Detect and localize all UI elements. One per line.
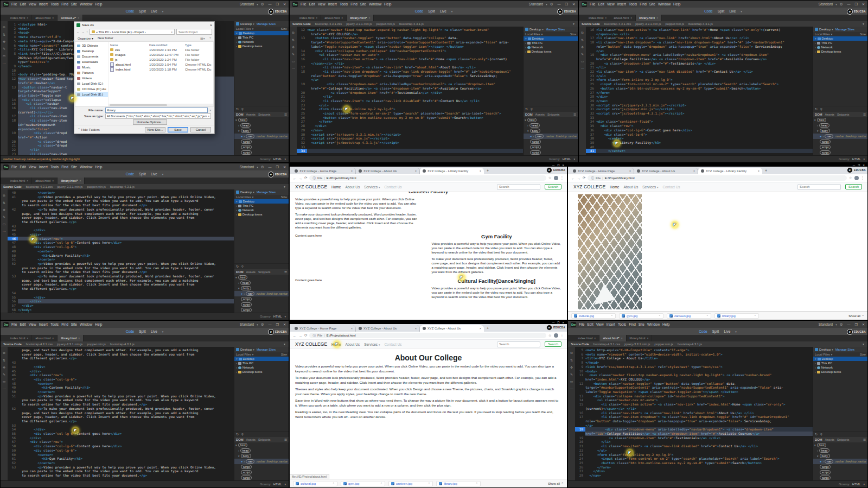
workspace-switcher[interactable]: Standard (819, 2, 833, 6)
download-item[interactable]: cultural.jpg⌃ (293, 481, 337, 486)
dom-node[interactable]: script (234, 296, 289, 302)
document-tab[interactable]: index.html× (296, 15, 321, 21)
format-source-icon[interactable]: ⇅ (570, 358, 573, 362)
file-tree-item[interactable]: ›Desktop items (813, 49, 867, 54)
file-tree-item[interactable]: ›Network (524, 45, 578, 49)
file-tree-item[interactable]: ▾Desktop (234, 199, 289, 204)
dom-node[interactable]: script (813, 150, 867, 155)
panel-menu-icon[interactable] (284, 113, 287, 116)
site-brand[interactable]: XYZ COLLEGE (295, 341, 327, 347)
sidebar-place[interactable]: Local Disk (E:) (75, 92, 108, 97)
more-icon[interactable]: ⋯ (3, 229, 6, 233)
sidebar-place[interactable]: CD Drive (D:) Au (75, 86, 108, 92)
menu-help[interactable]: Help (95, 2, 102, 6)
menu-edit[interactable]: Edit (20, 165, 25, 169)
profile-avatar[interactable] (554, 176, 558, 180)
menu-view[interactable]: View (29, 165, 36, 169)
menu-site[interactable]: Site (649, 2, 655, 6)
maximize-icon[interactable] (276, 322, 279, 326)
browser-tab[interactable]: XYZ College - About Us× (420, 325, 484, 332)
nav-contact[interactable]: Contact Us (384, 185, 401, 189)
reload-icon[interactable]: ⟳ (304, 333, 307, 338)
site-search-input[interactable] (497, 341, 540, 347)
back-icon[interactable]: ← (293, 334, 297, 338)
menu-view[interactable]: View (29, 322, 36, 326)
refresh-icon[interactable] (815, 433, 818, 436)
code-view-button[interactable]: Code (126, 9, 135, 13)
address-bar[interactable]: ⓘFile|E:/Project/library.html (309, 175, 546, 181)
document-tab[interactable]: index.html× (7, 178, 32, 184)
select-parent-icon[interactable]: ▭ (3, 379, 6, 383)
download-item[interactable]: gym.jpg⌃ (619, 313, 663, 319)
related-file[interactable]: jquery-3.3.1.min.js (57, 343, 82, 346)
file-tree-item[interactable]: ›Network (813, 365, 867, 370)
menu-edit[interactable]: Edit (20, 322, 25, 326)
menu-find[interactable]: Find (350, 2, 358, 6)
site-search-button[interactable]: Search (545, 341, 561, 347)
dom-node[interactable]: ▾body (813, 128, 867, 134)
browser-tab[interactable]: XYZ College - Home Page× (570, 168, 634, 174)
menu-help[interactable]: Help (662, 322, 669, 326)
document-tab[interactable]: about.html× (32, 335, 58, 341)
dom-node[interactable]: ▾body (234, 286, 289, 291)
menu-find[interactable]: Find (61, 165, 68, 169)
connect-icon[interactable] (241, 433, 244, 436)
close-icon[interactable] (862, 2, 865, 6)
profile-avatar[interactable] (854, 176, 859, 180)
dom-node[interactable]: ›head (813, 123, 867, 128)
menu-help[interactable]: Help (673, 2, 680, 6)
dock-tab[interactable]: DOM (815, 113, 822, 116)
browser-tab[interactable]: XYZ College - About Us× (634, 168, 698, 174)
maximize-icon[interactable]: ❐ (557, 164, 559, 167)
close-tab-icon[interactable]: × (758, 169, 760, 173)
code-editor[interactable]: 5<meta http-equiv="X-UA-Compatible" cont… (575, 347, 813, 480)
code-editor[interactable]: 16<li class="nav-item active"> <a class=… (586, 27, 813, 155)
minimize-icon[interactable] (558, 3, 561, 6)
close-tab-icon[interactable]: × (415, 327, 417, 330)
dom-node[interactable]: script (813, 475, 867, 480)
maximize-icon[interactable]: ❐ (557, 321, 559, 324)
related-file[interactable]: bootstrap-4.3.1.css (26, 185, 53, 188)
wrap-tag-icon[interactable]: ✎ (570, 372, 573, 376)
dock-tab[interactable]: DOM (525, 113, 533, 116)
dock-tab[interactable]: DOM (236, 438, 244, 441)
gear-icon[interactable] (261, 2, 264, 7)
sidebar-place[interactable]: Music (75, 65, 108, 70)
menu-find[interactable]: Find (61, 2, 68, 6)
page-info-icon[interactable]: ⓘ (312, 176, 316, 180)
document-tab[interactable]: Untitled-2*× (58, 15, 83, 21)
menu-tools[interactable]: Tools (50, 322, 59, 326)
site-brand[interactable]: XYZ COLLEGE (295, 184, 327, 189)
close-tab-icon[interactable]: × (316, 16, 317, 20)
close-icon[interactable] (283, 322, 286, 326)
column-header[interactable]: Name (110, 43, 149, 47)
sidebar-place[interactable]: Desktop (75, 48, 108, 54)
file-tree-item[interactable]: ›Desktop items (234, 370, 289, 374)
dock-tab[interactable]: DOM (236, 113, 244, 116)
document-tab[interactable]: about.html× (321, 15, 347, 21)
menu-site[interactable]: Site (360, 2, 366, 6)
site-search-input[interactable] (497, 184, 540, 190)
more-icon[interactable]: ⋯ (581, 66, 584, 70)
document-tab[interactable]: about.html× (610, 15, 636, 21)
dock-tab[interactable]: Snippets (837, 113, 850, 116)
browser-tab[interactable]: XYZ College - Home Page× (292, 325, 356, 332)
close-tab-icon[interactable]: × (79, 179, 81, 182)
open-documents-icon[interactable]: ⧉ (3, 351, 5, 355)
dom-node[interactable]: script (234, 144, 289, 150)
document-tab[interactable]: index.html× (575, 335, 599, 341)
download-item[interactable]: canteen.jpg⌃ (388, 481, 433, 486)
related-file[interactable]: bootstrap-4.3.1.js (110, 343, 135, 346)
menu-tools[interactable]: Tools (629, 2, 637, 6)
refresh-icon[interactable] (525, 107, 528, 111)
bookmark-star-icon[interactable]: ☆ (849, 176, 852, 180)
dom-node[interactable]: +›nav.navbar .fixed-top .navbar-expand-l… (234, 134, 289, 139)
dom-node[interactable]: ›head (524, 123, 578, 128)
doc-type-label[interactable]: HTML (273, 315, 282, 318)
document-tab[interactable]: about.html× (32, 178, 58, 184)
file-tree-item[interactable]: ›This PC (813, 361, 867, 365)
connect-icon[interactable] (241, 265, 244, 268)
forward-icon[interactable]: → (577, 176, 581, 180)
panel-menu-icon[interactable] (863, 113, 866, 116)
dom-node[interactable]: ▾html (234, 442, 289, 448)
